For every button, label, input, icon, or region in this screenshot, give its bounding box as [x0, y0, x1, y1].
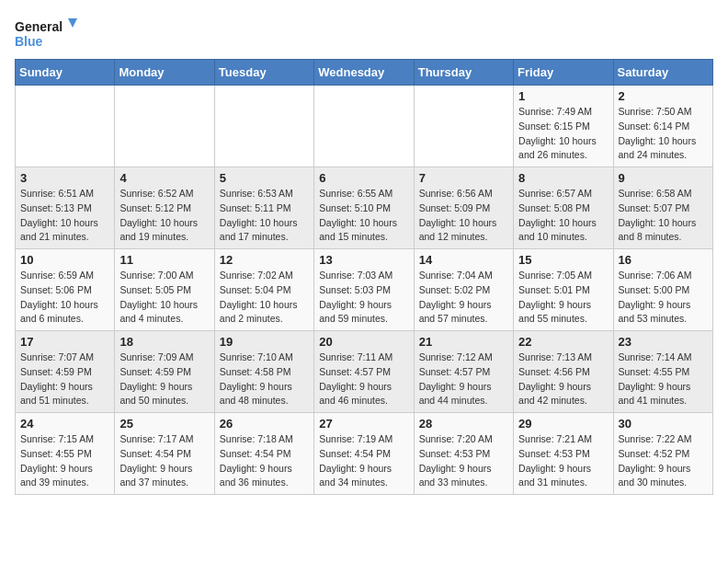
- calendar-cell: 28Sunrise: 7:20 AM Sunset: 4:53 PM Dayli…: [414, 413, 513, 495]
- day-info: Sunrise: 7:05 AM Sunset: 5:01 PM Dayligh…: [518, 269, 608, 327]
- calendar-cell: [414, 86, 513, 167]
- day-number: 21: [419, 335, 508, 349]
- day-info: Sunrise: 7:18 AM Sunset: 4:54 PM Dayligh…: [220, 432, 309, 490]
- calendar-cell: 2Sunrise: 7:50 AM Sunset: 6:14 PM Daylig…: [613, 86, 712, 167]
- weekday-header-tuesday: Tuesday: [214, 60, 313, 86]
- day-number: 2: [619, 89, 708, 103]
- day-info: Sunrise: 7:20 AM Sunset: 4:53 PM Dayligh…: [419, 432, 508, 490]
- calendar-cell: 29Sunrise: 7:21 AM Sunset: 4:53 PM Dayli…: [514, 413, 613, 495]
- day-info: Sunrise: 7:21 AM Sunset: 4:53 PM Dayligh…: [518, 432, 608, 490]
- day-info: Sunrise: 7:17 AM Sunset: 4:54 PM Dayligh…: [119, 432, 209, 490]
- calendar-cell: [314, 86, 414, 167]
- day-number: 12: [220, 253, 309, 267]
- day-number: 9: [619, 171, 708, 185]
- day-info: Sunrise: 6:55 AM Sunset: 5:10 PM Dayligh…: [319, 187, 408, 245]
- day-number: 10: [20, 253, 109, 267]
- day-info: Sunrise: 7:49 AM Sunset: 6:15 PM Dayligh…: [518, 105, 608, 163]
- calendar-cell: 16Sunrise: 7:06 AM Sunset: 5:00 PM Dayli…: [613, 249, 712, 331]
- calendar-cell: 27Sunrise: 7:19 AM Sunset: 4:54 PM Dayli…: [314, 413, 414, 495]
- calendar-cell: 5Sunrise: 6:53 AM Sunset: 5:11 PM Daylig…: [214, 167, 313, 249]
- weekday-header-wednesday: Wednesday: [314, 60, 414, 86]
- day-number: 19: [220, 335, 309, 349]
- day-number: 14: [419, 253, 508, 267]
- calendar-cell: [16, 86, 115, 167]
- day-number: 4: [119, 171, 209, 185]
- day-number: 27: [319, 417, 408, 431]
- calendar-cell: 1Sunrise: 7:49 AM Sunset: 6:15 PM Daylig…: [514, 86, 613, 167]
- day-number: 16: [619, 253, 708, 267]
- day-number: 13: [319, 253, 408, 267]
- weekday-header-saturday: Saturday: [613, 60, 712, 86]
- calendar-cell: 14Sunrise: 7:04 AM Sunset: 5:02 PM Dayli…: [414, 249, 513, 331]
- calendar-cell: [115, 86, 214, 167]
- day-number: 26: [220, 417, 309, 431]
- day-info: Sunrise: 7:13 AM Sunset: 4:56 PM Dayligh…: [518, 350, 608, 408]
- day-info: Sunrise: 7:19 AM Sunset: 4:54 PM Dayligh…: [319, 432, 408, 490]
- day-info: Sunrise: 7:22 AM Sunset: 4:52 PM Dayligh…: [619, 432, 708, 490]
- week-row-4: 17Sunrise: 7:07 AM Sunset: 4:59 PM Dayli…: [16, 331, 713, 413]
- calendar-cell: 6Sunrise: 6:55 AM Sunset: 5:10 PM Daylig…: [314, 167, 414, 249]
- calendar-cell: 7Sunrise: 6:56 AM Sunset: 5:09 PM Daylig…: [414, 167, 513, 249]
- day-info: Sunrise: 7:11 AM Sunset: 4:57 PM Dayligh…: [319, 350, 408, 408]
- day-number: 29: [518, 417, 608, 431]
- day-info: Sunrise: 7:04 AM Sunset: 5:02 PM Dayligh…: [419, 269, 508, 327]
- week-row-3: 10Sunrise: 6:59 AM Sunset: 5:06 PM Dayli…: [16, 249, 713, 331]
- day-number: 11: [119, 253, 209, 267]
- day-info: Sunrise: 7:50 AM Sunset: 6:14 PM Dayligh…: [619, 105, 708, 163]
- calendar-cell: 9Sunrise: 6:58 AM Sunset: 5:07 PM Daylig…: [613, 167, 712, 249]
- day-number: 25: [119, 417, 209, 431]
- day-info: Sunrise: 6:53 AM Sunset: 5:11 PM Dayligh…: [220, 187, 309, 245]
- weekday-header-friday: Friday: [514, 60, 613, 86]
- day-info: Sunrise: 6:51 AM Sunset: 5:13 PM Dayligh…: [20, 187, 109, 245]
- day-info: Sunrise: 6:56 AM Sunset: 5:09 PM Dayligh…: [419, 187, 508, 245]
- calendar-cell: 8Sunrise: 6:57 AM Sunset: 5:08 PM Daylig…: [514, 167, 613, 249]
- day-info: Sunrise: 7:03 AM Sunset: 5:03 PM Dayligh…: [319, 269, 408, 327]
- day-number: 22: [518, 335, 608, 349]
- calendar-cell: 21Sunrise: 7:12 AM Sunset: 4:57 PM Dayli…: [414, 331, 513, 413]
- calendar-cell: 13Sunrise: 7:03 AM Sunset: 5:03 PM Dayli…: [314, 249, 414, 331]
- day-info: Sunrise: 6:52 AM Sunset: 5:12 PM Dayligh…: [119, 187, 209, 245]
- calendar-cell: 22Sunrise: 7:13 AM Sunset: 4:56 PM Dayli…: [514, 331, 613, 413]
- day-info: Sunrise: 7:09 AM Sunset: 4:59 PM Dayligh…: [119, 350, 209, 408]
- day-number: 8: [518, 171, 608, 185]
- week-row-5: 24Sunrise: 7:15 AM Sunset: 4:55 PM Dayli…: [16, 413, 713, 495]
- weekday-header-sunday: Sunday: [16, 60, 115, 86]
- day-info: Sunrise: 7:07 AM Sunset: 4:59 PM Dayligh…: [20, 350, 109, 408]
- day-info: Sunrise: 6:59 AM Sunset: 5:06 PM Dayligh…: [20, 269, 109, 327]
- calendar-cell: 12Sunrise: 7:02 AM Sunset: 5:04 PM Dayli…: [214, 249, 313, 331]
- day-info: Sunrise: 6:57 AM Sunset: 5:08 PM Dayligh…: [518, 187, 608, 245]
- calendar-cell: 30Sunrise: 7:22 AM Sunset: 4:52 PM Dayli…: [613, 413, 712, 495]
- calendar-cell: 23Sunrise: 7:14 AM Sunset: 4:55 PM Dayli…: [613, 331, 712, 413]
- day-info: Sunrise: 7:12 AM Sunset: 4:57 PM Dayligh…: [419, 350, 508, 408]
- calendar-cell: 15Sunrise: 7:05 AM Sunset: 5:01 PM Dayli…: [514, 249, 613, 331]
- weekday-header-thursday: Thursday: [414, 60, 513, 86]
- calendar-cell: 19Sunrise: 7:10 AM Sunset: 4:58 PM Dayli…: [214, 331, 313, 413]
- calendar-cell: 24Sunrise: 7:15 AM Sunset: 4:55 PM Dayli…: [16, 413, 115, 495]
- weekday-header-monday: Monday: [115, 60, 214, 86]
- day-info: Sunrise: 7:10 AM Sunset: 4:58 PM Dayligh…: [220, 350, 309, 408]
- day-info: Sunrise: 7:06 AM Sunset: 5:00 PM Dayligh…: [619, 269, 708, 327]
- day-info: Sunrise: 7:00 AM Sunset: 5:05 PM Dayligh…: [119, 269, 209, 327]
- calendar-cell: 10Sunrise: 6:59 AM Sunset: 5:06 PM Dayli…: [16, 249, 115, 331]
- day-number: 7: [419, 171, 508, 185]
- day-number: 20: [319, 335, 408, 349]
- day-info: Sunrise: 7:15 AM Sunset: 4:55 PM Dayligh…: [20, 432, 109, 490]
- day-number: 5: [220, 171, 309, 185]
- week-row-1: 1Sunrise: 7:49 AM Sunset: 6:15 PM Daylig…: [16, 86, 713, 167]
- week-row-2: 3Sunrise: 6:51 AM Sunset: 5:13 PM Daylig…: [16, 167, 713, 249]
- calendar-cell: 20Sunrise: 7:11 AM Sunset: 4:57 PM Dayli…: [314, 331, 414, 413]
- calendar-cell: 4Sunrise: 6:52 AM Sunset: 5:12 PM Daylig…: [115, 167, 214, 249]
- day-number: 1: [518, 89, 608, 103]
- day-number: 24: [20, 417, 109, 431]
- day-number: 15: [518, 253, 608, 267]
- calendar-cell: 26Sunrise: 7:18 AM Sunset: 4:54 PM Dayli…: [214, 413, 313, 495]
- day-number: 6: [319, 171, 408, 185]
- logo-svg: GeneralBlue: [15, 15, 79, 52]
- svg-text:General: General: [15, 19, 63, 34]
- calendar-cell: 25Sunrise: 7:17 AM Sunset: 4:54 PM Dayli…: [115, 413, 214, 495]
- day-info: Sunrise: 7:14 AM Sunset: 4:55 PM Dayligh…: [619, 350, 708, 408]
- svg-marker-2: [68, 18, 77, 28]
- day-number: 30: [619, 417, 708, 431]
- day-number: 17: [20, 335, 109, 349]
- calendar-cell: 3Sunrise: 6:51 AM Sunset: 5:13 PM Daylig…: [16, 167, 115, 249]
